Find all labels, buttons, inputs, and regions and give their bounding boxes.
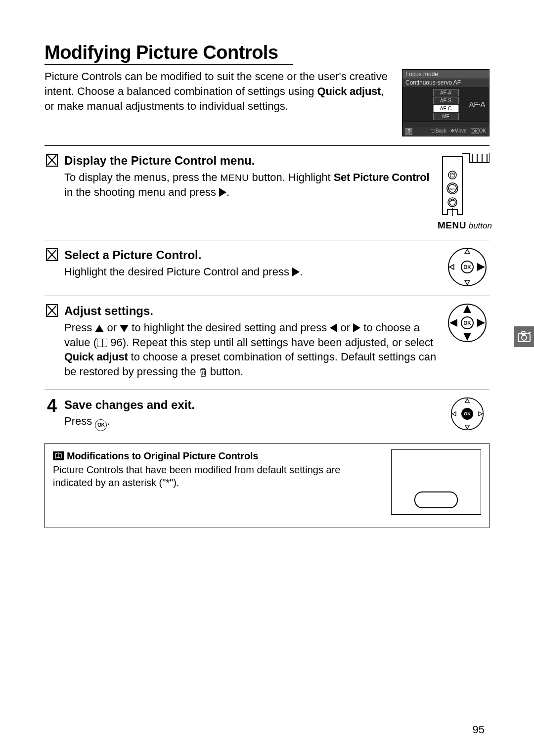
ok-button-icon: OK [95,419,107,431]
svg-point-45 [522,335,527,340]
right-arrow-icon [219,188,226,197]
svg-text:OK: OK [464,320,472,326]
multi-selector-right-icon: OK [447,247,487,287]
step-marker-icon [44,303,59,317]
step-marker-icon [44,153,59,167]
multi-selector-all-icon: OK [447,303,487,343]
page-reference-icon [97,339,107,347]
intro-paragraph: Picture Controls can be modified to suit… [44,69,392,113]
svg-text:OK: OK [464,411,471,416]
step-1-title: Display the Picture Control menu. [64,153,435,169]
svg-marker-41 [479,411,483,416]
note-body: Picture Controls that have been modified… [53,463,381,489]
help-icon: ? [405,128,412,135]
page-title: Modifying Picture Controls [44,42,293,65]
svg-marker-39 [465,425,470,429]
lcd-ok-hint: OKOK [471,128,486,135]
step-marker-icon [44,247,59,261]
svg-marker-22 [465,280,470,285]
lcd-move-hint: ✥Move [450,128,466,135]
lcd-mode-indicator: AF-A [469,100,485,108]
camera-body-illustration: MENU [440,153,490,217]
lcd-option: AF-A [433,89,459,96]
svg-text:MENU: MENU [448,187,457,190]
step-2-title: Select a Picture Control. [64,247,440,263]
svg-marker-21 [465,249,470,254]
camera-lcd-screenshot: Focus mode Continuous-servo AF AF-A AF-S… [402,69,490,136]
step-2-body: Highlight the desired Picture Control an… [64,265,440,279]
lcd-option: AF-S [433,97,459,104]
step-4-title: Save changes and exit. [64,397,440,413]
note-box: Modifications to Original Picture Contro… [44,443,490,528]
svg-marker-31 [463,305,471,313]
camera-mode-tab-icon [514,326,534,347]
menu-button-caption: MENU button [438,220,492,231]
right-arrow-icon [292,267,300,276]
note-icon [53,451,64,460]
svg-rect-44 [522,332,525,334]
note-lcd-illustration [391,449,481,515]
step-4-body: Press OK. [64,414,440,431]
lcd-subheader: Continuous-servo AF [402,79,489,87]
step-4-number: 4 [44,397,59,415]
trash-icon [199,366,207,381]
down-arrow-icon [120,325,129,332]
lcd-option: MF [433,113,459,120]
left-arrow-icon [330,323,337,332]
svg-marker-32 [463,333,471,341]
lcd-option-selected: AF-C [433,105,459,112]
lcd-back-hint: ⮌Back [431,128,446,135]
page-number: 95 [473,723,485,736]
svg-marker-24 [477,263,485,271]
lcd-header: Focus mode [402,70,489,79]
step-1-body: To display the menus, press the MENU but… [64,170,435,199]
up-arrow-icon [95,325,104,332]
svg-marker-33 [449,319,457,327]
svg-marker-38 [465,399,470,402]
svg-point-7 [448,171,456,179]
svg-marker-40 [452,411,456,416]
step-3-title: Adjust settings. [64,303,440,319]
multi-selector-ok-icon: OK [450,397,484,431]
svg-text:OK: OK [464,265,472,270]
svg-rect-8 [450,173,454,177]
step-3-body: Press or to highlight the desired settin… [64,320,440,381]
svg-marker-34 [477,319,485,327]
note-title: Modifications to Original Picture Contro… [67,449,258,462]
svg-marker-23 [449,265,454,269]
right-arrow-icon [353,323,360,332]
